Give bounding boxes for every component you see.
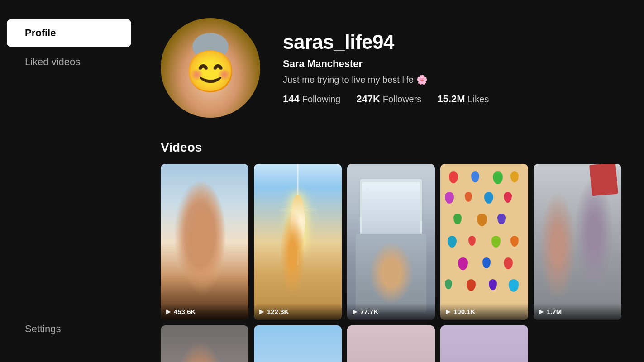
followers-value: 247K (356, 93, 380, 105)
view-count-1: 453.6K (174, 308, 196, 315)
profile-bio-emoji: 🌸 (416, 74, 428, 85)
view-count-4: 100.1K (453, 308, 475, 315)
dots-overlay (440, 164, 528, 320)
video-card-4[interactable]: ▶ 100.1K (440, 164, 528, 320)
stat-following[interactable]: 144 Following (283, 93, 340, 105)
videos-section: Videos ▶ 453.6K (161, 140, 621, 362)
video-card-1[interactable]: ▶ 453.6K (161, 164, 248, 320)
video-card-6[interactable]: ▶ (161, 325, 248, 362)
following-label: Following (302, 94, 340, 105)
play-icon: ▶ (353, 308, 358, 315)
sidebar-item-profile[interactable]: Profile (7, 19, 131, 47)
video-card-5[interactable]: ▶ 1.7M (534, 164, 621, 320)
video-card-2[interactable]: ▶ 122.3K (254, 164, 342, 320)
view-count-2: 122.3K (267, 308, 289, 315)
play-icon: ▶ (259, 308, 264, 315)
followers-label: Followers (383, 94, 422, 105)
following-value: 144 (283, 93, 300, 105)
video-card-7[interactable]: ▶ (254, 325, 342, 362)
video-overlay-3: ▶ 77.7K (347, 303, 435, 320)
video-card-3[interactable]: ▶ 77.7K (347, 164, 435, 320)
profile-bio-text: Just me trying to live my best life (283, 75, 414, 85)
likes-label: Likes (468, 94, 489, 105)
sidebar-nav: Profile Liked videos (0, 18, 138, 77)
play-icon: ▶ (539, 308, 544, 315)
profile-bio: Just me trying to live my best life 🌸 (283, 74, 489, 85)
avatar (161, 18, 260, 118)
sidebar: Profile Liked videos Settings (0, 0, 138, 362)
play-icon: ▶ (446, 308, 451, 315)
video-card-8[interactable]: ▶ (347, 325, 435, 362)
profile-header: saras_life94 Sara Manchester Just me try… (161, 18, 621, 118)
profile-stats: 144 Following 247K Followers 15.2M Likes (283, 93, 489, 105)
video-overlay-1: ▶ 453.6K (161, 303, 248, 320)
profile-info: saras_life94 Sara Manchester Just me try… (283, 31, 489, 105)
videos-section-title: Videos (161, 140, 621, 155)
video-overlay-2: ▶ 122.3K (254, 303, 342, 320)
sidebar-item-settings[interactable]: Settings (7, 315, 131, 343)
play-icon: ▶ (166, 308, 171, 315)
video-grid-row2: ▶ ▶ ▶ ▶ (161, 325, 621, 362)
stat-likes[interactable]: 15.2M Likes (437, 93, 489, 105)
profile-username: saras_life94 (283, 31, 489, 53)
view-count-3: 77.7K (360, 308, 378, 315)
stat-followers[interactable]: 247K Followers (356, 93, 421, 105)
sidebar-item-liked-videos[interactable]: Liked videos (7, 48, 131, 76)
video-overlay-4: ▶ 100.1K (440, 303, 528, 320)
video-overlay-5: ▶ 1.7M (534, 303, 621, 320)
view-count-5: 1.7M (547, 308, 562, 315)
main-content: saras_life94 Sara Manchester Just me try… (138, 0, 644, 362)
profile-display-name: Sara Manchester (283, 58, 489, 70)
video-card-9[interactable]: ▶ (440, 325, 528, 362)
likes-value: 15.2M (437, 93, 465, 105)
video-grid-row1: ▶ 453.6K ▶ 122.3K (161, 164, 621, 320)
